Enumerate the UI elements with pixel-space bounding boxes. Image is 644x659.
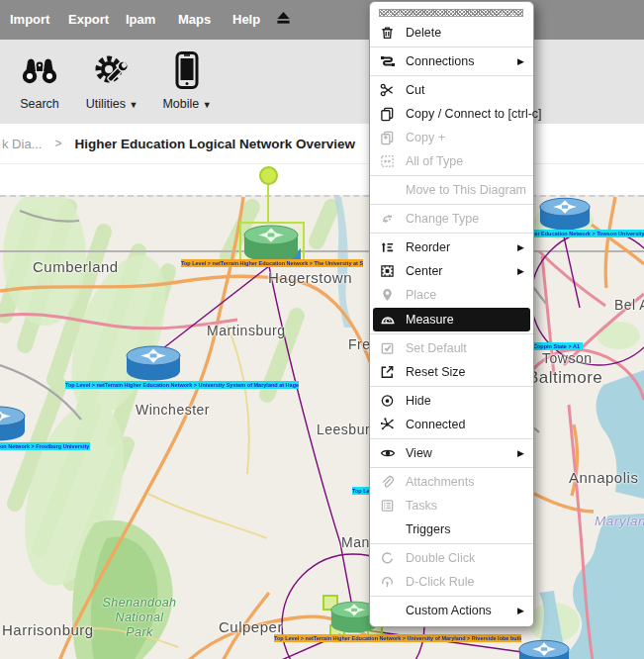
context-menu: Delete Connections ▶ Cut Copy / Connect … bbox=[369, 1, 534, 627]
all-of-type-icon bbox=[379, 153, 396, 170]
menu-item-label: D-Click Rule bbox=[406, 575, 474, 589]
mobile-tool[interactable]: Mobile ▼ bbox=[150, 49, 224, 111]
menu-item-label: Move to This Diagram bbox=[406, 183, 526, 197]
center-icon bbox=[379, 263, 396, 280]
menu-separator bbox=[370, 204, 533, 205]
connections-icon bbox=[379, 53, 396, 70]
change-type-icon bbox=[379, 211, 396, 228]
menu-item-cut[interactable]: Cut bbox=[370, 78, 533, 102]
menu-maps[interactable]: Maps bbox=[178, 12, 211, 27]
breadcrumb-separator: > bbox=[54, 137, 61, 150]
menu-item-dclick-rule[interactable]: D-Click Rule bbox=[370, 570, 533, 594]
menu-item-label: Connected bbox=[406, 418, 465, 431]
page-title: Higher Education Logical Network Overvie… bbox=[74, 137, 355, 151]
menu-help[interactable]: Help bbox=[232, 12, 260, 27]
menu-item-label: Delete bbox=[406, 26, 441, 40]
node-label-riverside[interactable]: Top Level > netTerrain Higher Education … bbox=[274, 634, 521, 642]
menu-drag-handle[interactable] bbox=[379, 9, 523, 17]
gear-wrench-icon bbox=[75, 49, 148, 91]
menu-item-label: Hide bbox=[406, 394, 431, 408]
menu-import[interactable]: Import bbox=[10, 12, 49, 27]
menu-separator bbox=[370, 175, 533, 176]
menu-item-label: Copy / Connect to [ctrl-c] bbox=[406, 107, 542, 121]
set-default-icon bbox=[379, 340, 396, 357]
map-label-maryland: Maryland bbox=[595, 514, 644, 528]
menu-item-delete[interactable]: Delete bbox=[370, 21, 533, 45]
menu-item-label: Reorder bbox=[406, 240, 450, 254]
menu-item-label: Measure bbox=[406, 313, 454, 327]
menu-item-label: Connections bbox=[406, 54, 475, 68]
connected-nodes-icon bbox=[379, 417, 396, 433]
menu-item-center[interactable]: Center ▶ bbox=[370, 259, 533, 283]
no-icon bbox=[379, 521, 396, 538]
submenu-arrow-icon: ▶ bbox=[517, 242, 526, 252]
menu-export[interactable]: Export bbox=[68, 12, 109, 27]
menu-item-set-default[interactable]: Set Default bbox=[370, 336, 533, 360]
copy-icon bbox=[379, 106, 396, 123]
menu-item-copy-connect[interactable]: Copy / Connect to [ctrl-c] bbox=[370, 102, 533, 126]
node-label-partial[interactable]: Top Le bbox=[352, 487, 369, 495]
node-label-hagerstown[interactable]: Top Level > netTerrain Higher Education … bbox=[65, 381, 299, 389]
menu-item-hide[interactable]: Hide bbox=[370, 389, 533, 413]
menu-item-label: Reset Size bbox=[406, 365, 465, 379]
menu-item-label: Set Default bbox=[406, 341, 467, 355]
router-node-hagerstown[interactable] bbox=[126, 345, 181, 383]
menu-ipam[interactable]: Ipam bbox=[126, 12, 155, 27]
menu-item-reorder[interactable]: Reorder ▶ bbox=[370, 235, 533, 259]
submenu-arrow-icon: ▶ bbox=[517, 448, 526, 458]
menu-item-measure[interactable]: Measure bbox=[373, 308, 530, 331]
utilities-label-text: Utilities bbox=[86, 97, 126, 111]
binoculars-icon bbox=[3, 49, 76, 91]
menu-item-label: Copy + bbox=[406, 131, 445, 144]
submenu-arrow-icon: ▶ bbox=[517, 606, 526, 615]
reset-size-icon bbox=[379, 364, 396, 381]
selection-rotate-handle[interactable] bbox=[259, 166, 278, 185]
menu-item-label: Custom Actions bbox=[406, 604, 492, 617]
eject-icon[interactable] bbox=[276, 11, 291, 26]
menu-item-tasks[interactable]: Tasks bbox=[370, 494, 533, 518]
node-label-coppin-state[interactable]: Coppin State > A1 bbox=[533, 342, 583, 350]
menu-item-place[interactable]: Place bbox=[370, 283, 533, 307]
node-label-shady-grove[interactable]: Top Level > netTerrain Higher Education … bbox=[181, 259, 363, 267]
menu-item-double-click[interactable]: Double Click bbox=[370, 546, 533, 570]
measure-gauge-icon bbox=[379, 312, 396, 329]
chevron-down-icon: ▼ bbox=[203, 100, 212, 110]
menu-item-triggers[interactable]: Triggers bbox=[370, 518, 533, 541]
breadcrumb-parent[interactable]: k Dia... bbox=[2, 137, 42, 151]
menu-separator bbox=[370, 543, 533, 544]
double-click-icon bbox=[379, 550, 396, 567]
menu-item-custom-actions[interactable]: Custom Actions ▶ bbox=[370, 599, 533, 622]
router-node-frostburg[interactable] bbox=[0, 406, 26, 443]
menu-separator bbox=[370, 386, 533, 387]
top-menu-bar: Import Export Ipam Maps Help bbox=[0, 0, 644, 40]
menu-item-move-to-diagram[interactable]: Move to This Diagram bbox=[370, 178, 533, 202]
utilities-tool[interactable]: Utilities ▼ bbox=[75, 49, 148, 111]
menu-separator bbox=[370, 596, 533, 597]
mobile-label-text: Mobile bbox=[162, 97, 199, 111]
menu-item-label: View bbox=[406, 446, 432, 460]
menu-item-label: Change Type bbox=[406, 212, 479, 226]
menu-item-reset-size[interactable]: Reset Size bbox=[370, 360, 533, 384]
menu-item-label: Cut bbox=[406, 83, 424, 97]
node-label-frostburg[interactable]: on Network > Frostburg University > A1 bbox=[0, 442, 90, 450]
router-node-shady-grove[interactable] bbox=[243, 225, 299, 264]
menu-item-attachments[interactable]: Attachments bbox=[370, 470, 533, 494]
menu-item-view[interactable]: View ▶ bbox=[370, 441, 533, 465]
tasks-list-icon bbox=[379, 498, 396, 515]
mobile-label: Mobile ▼ bbox=[150, 97, 224, 111]
menu-item-change-type[interactable]: Change Type bbox=[370, 207, 533, 231]
menu-separator bbox=[370, 233, 533, 234]
menu-item-connected[interactable]: Connected bbox=[370, 413, 533, 436]
submenu-arrow-icon: ▶ bbox=[517, 266, 526, 276]
menu-item-label: All of Type bbox=[406, 154, 463, 168]
menu-item-all-of-type[interactable]: All of Type bbox=[370, 149, 533, 173]
router-node-towson[interactable] bbox=[539, 197, 591, 233]
menu-item-connections[interactable]: Connections ▶ bbox=[370, 49, 533, 73]
trash-icon bbox=[379, 25, 396, 42]
router-node-bottom-right[interactable] bbox=[518, 639, 570, 659]
menu-separator bbox=[370, 467, 533, 468]
search-tool[interactable]: Search bbox=[3, 49, 76, 111]
menu-item-copy-plus[interactable]: Copy + bbox=[370, 126, 533, 149]
park-line-2: National bbox=[95, 611, 184, 625]
node-label-towson[interactable]: her Education Network > Towson Universit… bbox=[531, 230, 644, 237]
